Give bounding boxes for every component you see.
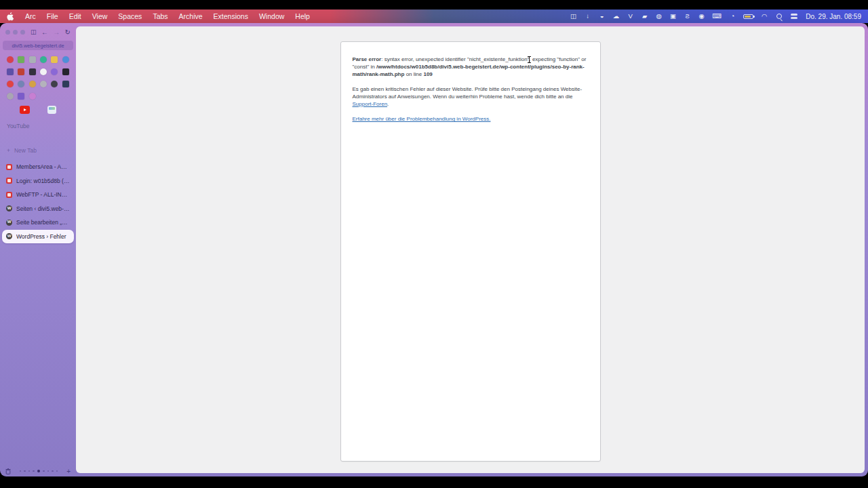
space-dot[interactable] — [47, 470, 50, 472]
search-icon[interactable] — [775, 12, 783, 20]
menubar-menus: ArcFileEditViewSpacesTabsArchiveExtensio… — [25, 12, 310, 20]
v-app-icon[interactable]: V — [627, 12, 634, 20]
parse-error-online: on line — [404, 71, 423, 77]
menubar-item[interactable]: View — [92, 12, 108, 20]
shield-favicon[interactable] — [62, 81, 69, 87]
tab-item[interactable]: WebFTP - ALL-INKL.COM — [2, 188, 74, 202]
error-card: Parse error: syntax error, unexpected id… — [340, 41, 601, 462]
menubar-item[interactable]: Spaces — [118, 12, 142, 20]
menubar-item[interactable]: File — [47, 12, 58, 20]
menubar-item[interactable]: Help — [295, 12, 310, 20]
back-icon[interactable]: ← — [41, 29, 48, 36]
color-meter-icon[interactable]: ◒ — [599, 12, 606, 20]
parse-error-paragraph: Parse error: syntax error, unexpected id… — [353, 56, 589, 78]
time-machine-icon[interactable]: ◔ — [729, 12, 736, 20]
trash-icon[interactable] — [5, 468, 11, 474]
tab-item[interactable]: Seiten ‹ divi5.web-bege… — [2, 202, 74, 216]
learn-more-paragraph: Erfahre mehr über die Problembehandlung … — [353, 115, 589, 123]
minimize-window-button[interactable] — [13, 30, 18, 35]
menubar: ArcFileEditViewSpacesTabsArchiveExtensio… — [0, 9, 868, 23]
page-content: Parse error: syntax error, unexpected id… — [76, 26, 865, 473]
slate-favicon[interactable] — [18, 81, 24, 87]
space-dot[interactable] — [37, 470, 41, 473]
pinned-favicon-grid — [0, 56, 76, 100]
menubar-item[interactable]: Arc — [25, 12, 36, 20]
tab-favicon — [6, 192, 12, 198]
teal-dot-favicon[interactable] — [40, 56, 47, 63]
shush-icon[interactable]: Ƨ — [684, 12, 691, 20]
wifi-icon[interactable]: ◠ — [761, 12, 768, 20]
forward-icon[interactable]: → — [53, 29, 60, 36]
plus-icon: + — [7, 147, 10, 154]
fr-dark-favicon[interactable] — [62, 68, 69, 75]
purple-w-favicon[interactable] — [18, 93, 24, 100]
silver-dot-favicon[interactable] — [7, 93, 14, 100]
screenshot-icon[interactable] — [47, 106, 56, 114]
drive-favicon[interactable] — [51, 56, 58, 63]
screen-mirror-icon[interactable]: ▣ — [670, 12, 677, 20]
critical-error-text: Es gab einen kritischen Fehler auf diese… — [353, 86, 583, 100]
critical-error-paragraph: Es gab einen kritischen Fehler auf diese… — [353, 85, 589, 108]
text-cursor — [527, 56, 532, 63]
reload-icon[interactable]: ↻ — [65, 29, 71, 36]
support-forums-link[interactable]: Support-Foren — [353, 101, 388, 107]
download-icon[interactable]: ↓ — [585, 12, 591, 20]
pink-blob-favicon[interactable] — [29, 93, 36, 100]
cloud-icon[interactable]: ☁ — [613, 12, 620, 20]
menubar-clock[interactable]: Do. 29. Jan. 08:59 — [806, 13, 861, 20]
apple-menu-icon[interactable] — [7, 12, 14, 21]
space-dot[interactable] — [43, 470, 45, 472]
space-dot[interactable] — [24, 470, 26, 472]
parse-error-path: /www/htdocs/w01b5d8b/divi5.web-begeister… — [353, 64, 585, 77]
tab-item[interactable]: Login: w01b5d8b (web… — [2, 174, 74, 188]
play-circle-icon[interactable]: ◉ — [698, 12, 705, 20]
white-m-favicon[interactable] — [40, 68, 47, 75]
close-window-button[interactable] — [5, 30, 10, 35]
sidebar-toggle-icon[interactable]: ◫ — [31, 29, 37, 36]
pen-favicon[interactable] — [29, 68, 36, 75]
tab-label: MembersArea - ALL-IN… — [16, 163, 70, 170]
menubar-item[interactable]: Window — [259, 12, 284, 20]
tab-favicon — [6, 178, 12, 184]
menubar-item[interactable]: Extensions — [214, 12, 248, 20]
space-dot[interactable] — [20, 470, 22, 472]
battery-icon[interactable] — [743, 14, 753, 19]
pill-app-icon[interactable]: ▰ — [642, 12, 648, 20]
circle-app-icon[interactable]: ◍ — [656, 12, 663, 20]
tab-item[interactable]: WordPress › Fehler — [2, 230, 74, 244]
url-text: divi5.web-begeistert.de — [12, 43, 64, 49]
red-badge-favicon[interactable] — [7, 56, 14, 63]
tab-item[interactable]: Seite bearbeiten „Divi 5… — [2, 216, 74, 230]
add-space-button[interactable]: + — [66, 468, 71, 475]
space-dot[interactable] — [28, 470, 31, 472]
learn-more-link[interactable]: Erfahre mehr über die Problembehandlung … — [353, 116, 491, 122]
space-dot[interactable] — [52, 470, 54, 472]
space-dot[interactable] — [56, 470, 58, 472]
sidebar-bottom-bar: + — [0, 466, 76, 476]
purple-app-favicon[interactable] — [51, 68, 58, 75]
amber-favicon[interactable] — [29, 81, 36, 87]
menubar-item[interactable]: Edit — [69, 12, 81, 20]
new-tab-button[interactable]: + New Tab — [0, 146, 76, 155]
keyboard-input-icon[interactable]: ⌨ — [713, 12, 722, 20]
menubar-item[interactable]: Archive — [179, 12, 203, 20]
green-app-favicon[interactable] — [18, 56, 24, 63]
parse-error-line-number: 109 — [423, 71, 432, 77]
tab-list: MembersArea - ALL-IN… Login: w01b5d8b (w… — [0, 160, 76, 243]
space-dot[interactable] — [33, 470, 35, 472]
grey-dot-favicon[interactable] — [40, 81, 47, 87]
blue-app-favicon[interactable] — [62, 56, 69, 63]
url-bar[interactable]: divi5.web-begeistert.de — [3, 41, 73, 50]
target-favicon[interactable] — [7, 81, 14, 87]
zoom-window-button[interactable] — [20, 30, 25, 35]
control-center-icon[interactable] — [790, 12, 798, 20]
red-grid-favicon[interactable] — [18, 68, 24, 75]
dark-dot-favicon[interactable] — [51, 81, 58, 87]
display-icon[interactable]: ◫ — [570, 12, 577, 20]
tab-item[interactable]: MembersArea - ALL-IN… — [2, 160, 74, 174]
grey-w-favicon[interactable] — [29, 56, 36, 63]
youtube-icon[interactable] — [20, 106, 30, 114]
menubar-item[interactable]: Tabs — [153, 12, 167, 20]
tab-label: Seite bearbeiten „Divi 5… — [16, 219, 70, 226]
wave-favicon[interactable] — [7, 68, 14, 75]
